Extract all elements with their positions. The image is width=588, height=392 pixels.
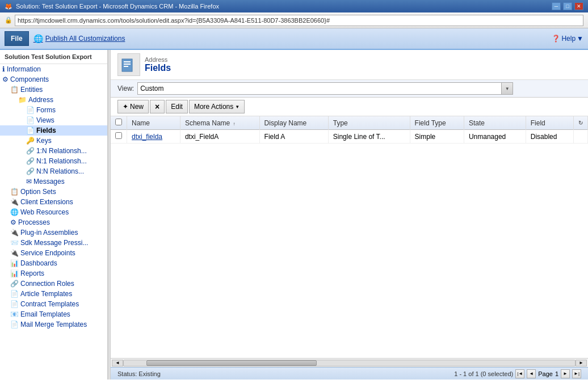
view-select-input[interactable]: [138, 83, 501, 94]
sidebar-item-service-endpoints[interactable]: 🔌 Service Endpoints: [0, 248, 107, 258]
scroll-right-button[interactable]: ►: [576, 360, 587, 366]
sidebar-item-processes[interactable]: ⚙ Processes: [0, 217, 107, 227]
cell-type-0: Single Line of T...: [328, 130, 410, 144]
sidebar: Solution Test Solution Export ℹ Informat…: [0, 50, 108, 380]
cell-field-type-0: Simple: [410, 130, 464, 144]
action-toolbar: ✦ New × Edit More Actions ▼: [111, 98, 588, 116]
sidebar-item-address[interactable]: 📁 Address: [0, 95, 107, 105]
sidebar-item-client-extensions[interactable]: 🔌 Client Extensions: [0, 197, 107, 207]
main-layout: Solution Test Solution Export ℹ Informat…: [0, 50, 588, 380]
entity-parent: Address: [145, 56, 171, 63]
page-number: 1: [555, 370, 558, 377]
sidebar-item-mail-merge-templates[interactable]: 📄 Mail Merge Templates: [0, 319, 107, 330]
status-bar: Status: Existing 1 - 1 of 1 (0 selected)…: [111, 367, 588, 380]
sidebar-item-web-resources[interactable]: 🌐 Web Resources: [0, 207, 107, 217]
data-grid: Name Schema Name ↑ Display Name Type: [111, 116, 588, 144]
last-page-button[interactable]: ►|: [572, 369, 581, 378]
col-header-type[interactable]: Type: [328, 116, 410, 130]
new-icon: ✦: [123, 103, 128, 111]
svg-rect-0: [122, 59, 132, 71]
titlebar-controls: ─ □ ✕: [552, 2, 583, 10]
col-header-checkbox[interactable]: [111, 116, 127, 130]
grid-container: Name Schema Name ↑ Display Name Type: [111, 116, 588, 367]
row-checkbox-0[interactable]: [111, 130, 127, 144]
item-label-processes: Processes: [18, 218, 50, 226]
minimize-button[interactable]: ─: [552, 2, 561, 10]
main-toolbar: File 🌐 Publish All Customizations ❓ Help…: [0, 28, 588, 50]
record-count: 1 - 1 of 1 (0 selected): [454, 370, 513, 377]
horizontal-scrollbar-thumb[interactable]: [146, 360, 317, 366]
sidebar-item-reports[interactable]: 📊 Reports: [0, 268, 107, 279]
addressbar: 🔒: [0, 12, 588, 28]
sidebar-item-views[interactable]: 📄 Views: [0, 115, 107, 125]
new-button[interactable]: ✦ New: [117, 100, 149, 113]
horizontal-scrollbar-track[interactable]: [123, 360, 576, 366]
publish-button[interactable]: 🌐 Publish All Customizations: [33, 34, 125, 43]
next-page-button[interactable]: ►: [561, 369, 570, 378]
item-label-information: Information: [7, 65, 41, 73]
sidebar-item-messages[interactable]: ✉ Messages: [0, 176, 107, 187]
help-button[interactable]: ❓ Help ▼: [552, 35, 583, 43]
edit-button[interactable]: Edit: [166, 100, 188, 113]
col-field-label: Field: [531, 119, 545, 127]
horizontal-scrollbar-area[interactable]: ◄ ►: [111, 358, 588, 367]
item-label-components: Components: [10, 75, 49, 83]
col-header-field-type[interactable]: Field Type: [410, 116, 464, 130]
col-name-label: Name: [132, 119, 150, 127]
sidebar-item-components[interactable]: ⚙ Components: [0, 74, 107, 85]
close-button[interactable]: ✕: [574, 2, 583, 10]
col-header-refresh[interactable]: ↻: [574, 116, 588, 130]
col-header-field[interactable]: Field: [526, 116, 573, 130]
sidebar-item-dashboards[interactable]: 📊 Dashboards: [0, 258, 107, 268]
item-label-reports: Reports: [20, 269, 44, 277]
prev-page-button[interactable]: ◄: [527, 369, 536, 378]
item-icon-processes: ⚙: [10, 218, 16, 226]
item-icon-client-extensions: 🔌: [10, 198, 19, 206]
sidebar-item-fields[interactable]: 📄 Fields: [0, 125, 107, 136]
sidebar-item-keys[interactable]: 🔑 Keys: [0, 136, 107, 146]
scroll-left-button[interactable]: ◄: [112, 360, 123, 366]
select-all-checkbox[interactable]: [115, 119, 122, 125]
address-input[interactable]: [15, 15, 583, 26]
item-label-connection-roles: Connection Roles: [20, 280, 74, 288]
grid-wrapper[interactable]: Name Schema Name ↑ Display Name Type: [111, 116, 588, 358]
first-page-button[interactable]: |◄: [515, 369, 524, 378]
sidebar-item-entities[interactable]: 📋 Entities: [0, 85, 107, 95]
sidebar-item-information[interactable]: ℹ Information: [0, 64, 107, 74]
more-actions-button[interactable]: More Actions ▼: [189, 100, 245, 113]
sidebar-items-container: ℹ Information ⚙ Components 📋 Entities 📁 …: [0, 64, 107, 330]
sidebar-item-connection-roles[interactable]: 🔗 Connection Roles: [0, 279, 107, 289]
maximize-button[interactable]: □: [563, 2, 572, 10]
file-button[interactable]: File: [5, 31, 29, 46]
delete-button[interactable]: ×: [150, 100, 165, 113]
col-header-schema-name[interactable]: Schema Name ↑: [180, 116, 259, 130]
view-dropdown-button[interactable]: ▼: [501, 83, 513, 94]
publish-icon: 🌐: [33, 34, 43, 43]
table-row[interactable]: dtxi_fielda dtxi_FieldA Field A Single L…: [111, 130, 588, 144]
svg-rect-1: [124, 61, 131, 62]
row-select-0[interactable]: [115, 132, 122, 139]
item-label-fields: Fields: [36, 127, 56, 134]
content-area: Address Fields View: ▼ ✦ New × Edit: [111, 50, 588, 380]
sidebar-item-article-templates[interactable]: 📄 Article Templates: [0, 289, 107, 299]
sidebar-item-plugin-assemblies[interactable]: 🔌 Plug-in Assemblies: [0, 227, 107, 238]
item-label-contract-templates: Contract Templates: [20, 300, 79, 308]
sidebar-item-sdk-message[interactable]: 📨 Sdk Message Pressi...: [0, 238, 107, 248]
sidebar-item-nn-relations[interactable]: 🔗 N:N Relations...: [0, 166, 107, 176]
item-icon-components: ⚙: [2, 75, 9, 83]
sidebar-item-contract-templates[interactable]: 📄 Contract Templates: [0, 299, 107, 309]
item-label-option-sets: Option Sets: [20, 188, 56, 196]
col-header-name[interactable]: Name: [127, 116, 180, 130]
sidebar-item-1n-relationship[interactable]: 🔗 1:N Relationsh...: [0, 146, 107, 156]
sidebar-item-forms[interactable]: 📄 Forms: [0, 105, 107, 115]
sort-asc-icon: ↑: [233, 121, 236, 127]
sidebar-item-option-sets[interactable]: 📋 Option Sets: [0, 187, 107, 197]
sidebar-scroll[interactable]: ℹ Information ⚙ Components 📋 Entities 📁 …: [0, 64, 107, 380]
sidebar-item-email-templates[interactable]: 📧 Email Templates: [0, 309, 107, 319]
col-header-state[interactable]: State: [464, 116, 526, 130]
cell-refresh-0: [574, 130, 588, 144]
item-icon-1n-relationship: 🔗: [26, 147, 35, 155]
col-display-label: Display Name: [264, 119, 307, 127]
col-header-display-name[interactable]: Display Name: [259, 116, 328, 130]
sidebar-item-n1-relationship[interactable]: 🔗 N:1 Relationsh...: [0, 156, 107, 166]
